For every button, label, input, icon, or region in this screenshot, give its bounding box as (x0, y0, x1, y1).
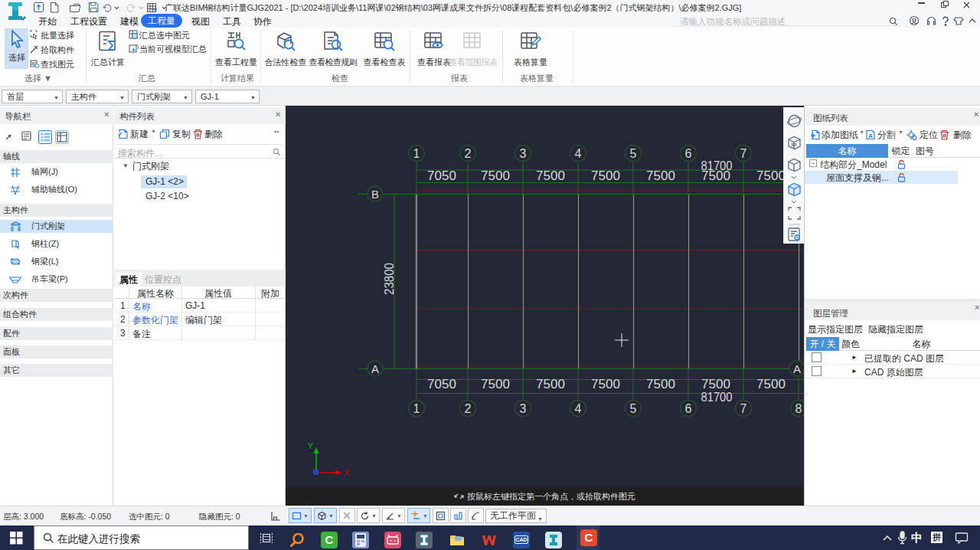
svg-text:Y: Y (308, 441, 314, 450)
svg-text:A: A (793, 362, 801, 375)
svg-text:7050: 7050 (427, 377, 456, 391)
svg-text:6: 6 (685, 147, 692, 160)
svg-text:A: A (371, 362, 379, 375)
svg-text:7500: 7500 (481, 169, 510, 183)
svg-text:81700: 81700 (701, 390, 733, 404)
svg-text:7500: 7500 (756, 377, 786, 391)
svg-text:2: 2 (465, 402, 472, 415)
svg-text:4: 4 (575, 147, 582, 160)
svg-text:6: 6 (685, 402, 692, 415)
svg-text:7500: 7500 (646, 377, 675, 391)
svg-text:7: 7 (740, 402, 747, 415)
svg-text:5: 5 (630, 147, 637, 160)
svg-text:7500: 7500 (756, 169, 786, 183)
svg-text:23800: 23800 (382, 263, 397, 295)
svg-text:7: 7 (740, 147, 747, 160)
svg-text:1: 1 (413, 147, 420, 160)
svg-text:1: 1 (413, 402, 420, 415)
svg-text:4: 4 (575, 402, 582, 415)
svg-text:7050: 7050 (427, 169, 456, 183)
svg-text:7500: 7500 (591, 169, 620, 183)
svg-text:A: A (868, 133, 873, 139)
svg-text:3: 3 (520, 147, 527, 160)
svg-text:7500: 7500 (481, 377, 510, 391)
svg-text:3D: 3D (791, 142, 797, 147)
svg-text:5: 5 (630, 402, 637, 415)
svg-text:3: 3 (520, 402, 527, 415)
svg-text:81700: 81700 (701, 159, 733, 173)
svg-text:X: X (344, 468, 350, 477)
svg-text:8: 8 (795, 402, 802, 415)
svg-text:B: B (371, 188, 379, 201)
svg-text:7500: 7500 (536, 377, 565, 391)
svg-text:7500: 7500 (591, 377, 620, 391)
svg-text:7500: 7500 (536, 169, 565, 183)
svg-text:2: 2 (465, 147, 472, 160)
svg-text:7500: 7500 (646, 169, 675, 183)
